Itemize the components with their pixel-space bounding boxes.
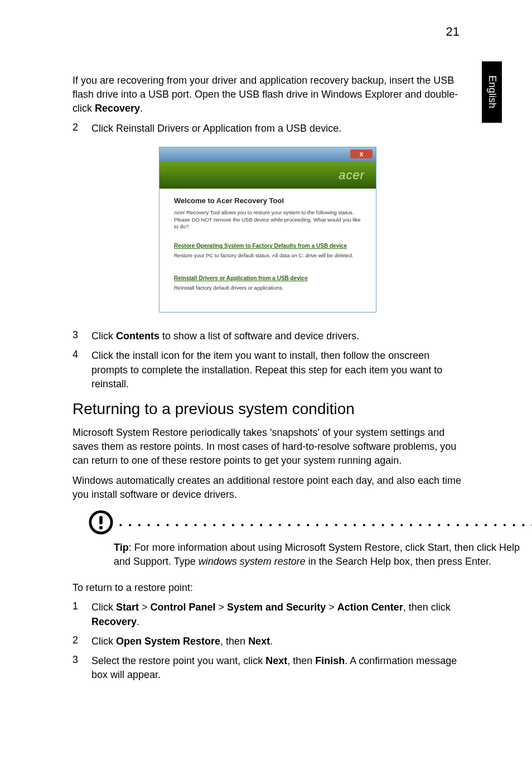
r1a: Click <box>91 602 116 613</box>
tip-block: • • • • • • • • • • • • • • • • • • • • … <box>72 510 463 569</box>
r2-next: Next <box>248 636 270 647</box>
svg-point-2 <box>99 526 103 529</box>
return-intro: To return to a restore point: <box>72 581 463 595</box>
r1-start: Start <box>116 602 139 613</box>
step-3-number: 3 <box>72 329 91 343</box>
r1g: > <box>326 602 337 613</box>
return-1-text: Click Start > Control Panel > System and… <box>91 600 463 628</box>
step-3-contents-bold: Contents <box>116 330 159 342</box>
r1-control-panel: Control Panel <box>151 602 216 613</box>
tip-icon-col <box>72 510 114 569</box>
step-2-text: Click Reinstall Drivers or Application f… <box>91 122 463 136</box>
step-4: 4 Click the install icon for the item yo… <box>72 349 463 391</box>
r1c: > <box>139 602 151 613</box>
recovery-tool-screenshot: x acer Welcome to Acer Recovery Tool Ace… <box>159 147 376 313</box>
r3-next: Next <box>265 655 287 666</box>
close-icon[interactable]: x <box>350 150 373 158</box>
exclamation-icon <box>88 510 114 535</box>
intro-end: . <box>140 103 143 114</box>
r2c: , then <box>220 636 248 647</box>
return-3-num: 3 <box>72 654 91 682</box>
r1-system-security: System and Security <box>227 602 326 613</box>
ss-description: Acer Recovery Tool allows you to restore… <box>174 209 361 230</box>
r1e: > <box>216 602 228 613</box>
step-4-text: Click the install icon for the item you … <box>91 349 463 391</box>
r1-recovery: Recovery <box>91 616 137 627</box>
language-label: English <box>486 75 498 108</box>
return-step-3: 3 Select the restore point you want, cli… <box>72 654 463 682</box>
step-3-a: Click <box>91 330 116 342</box>
dotted-line: • • • • • • • • • • • • • • • • • • • • … <box>119 521 532 530</box>
step-3: 3 Click Contents to show a list of softw… <box>72 329 463 343</box>
ss-header: acer <box>159 162 376 189</box>
return-3-text: Select the restore point you want, click… <box>91 654 463 682</box>
acer-logo: acer <box>338 168 365 182</box>
r3c: , then <box>287 655 315 666</box>
tip-bold: Tip <box>114 542 129 553</box>
content-body: If you are recovering from your driver a… <box>72 74 463 688</box>
return-1-num: 1 <box>72 600 91 628</box>
svg-rect-1 <box>99 516 103 524</box>
step-4-number: 4 <box>72 349 91 391</box>
ss-titlebar: x <box>159 147 376 162</box>
ss-restore-os-link[interactable]: Restore Operating System to Factory Defa… <box>174 243 361 249</box>
r2e: . <box>270 636 273 647</box>
step-2-number: 2 <box>72 122 91 136</box>
tip-text: Tip: For more information about using Mi… <box>114 530 532 569</box>
page-number: 21 <box>446 25 460 39</box>
intro-recovery-bold: Recovery <box>95 103 140 114</box>
step-3-c: to show a list of software and device dr… <box>159 330 359 342</box>
para-restore-1: Microsoft System Restore periodically ta… <box>72 426 463 468</box>
intro-paragraph: If you are recovering from your driver a… <box>72 74 463 116</box>
r1k: . <box>137 616 139 627</box>
r3a: Select the restore point you want, click <box>91 655 265 666</box>
language-tab: English <box>482 61 502 123</box>
step-2: 2 Click Reinstall Drivers or Application… <box>72 122 463 136</box>
ss-welcome: Welcome to Acer Recovery Tool <box>174 196 361 205</box>
tip-d: in the Search Help box, then press Enter… <box>306 556 491 567</box>
ss-reinstall-sub: Reinstall factory default drivers or app… <box>174 285 361 291</box>
section-heading: Returning to a previous system condition <box>72 400 463 418</box>
r2a: Click <box>91 636 116 647</box>
step-3-text: Click Contents to show a list of softwar… <box>91 329 463 343</box>
return-step-1: 1 Click Start > Control Panel > System a… <box>72 600 463 628</box>
return-2-text: Click Open System Restore, then Next. <box>91 635 463 648</box>
ss-body: Welcome to Acer Recovery Tool Acer Recov… <box>159 189 376 312</box>
return-step-2: 2 Click Open System Restore, then Next. <box>72 635 463 648</box>
r1i: , then click <box>403 602 451 613</box>
r1-action-center: Action Center <box>337 602 403 613</box>
page: 21 English If you are recovering from yo… <box>0 0 532 764</box>
ss-restore-os-sub: Restore your PC to factory default statu… <box>174 252 361 258</box>
para-restore-2: Windows automatically creates an additio… <box>72 474 463 502</box>
return-2-num: 2 <box>72 635 91 648</box>
tip-italic: windows system restore <box>199 556 306 567</box>
r2-open-system-restore: Open System Restore <box>116 636 220 647</box>
r3-finish: Finish <box>315 655 345 666</box>
tip-right: • • • • • • • • • • • • • • • • • • • • … <box>114 510 532 569</box>
ss-reinstall-link[interactable]: Reinstall Drivers or Application from a … <box>174 275 361 281</box>
